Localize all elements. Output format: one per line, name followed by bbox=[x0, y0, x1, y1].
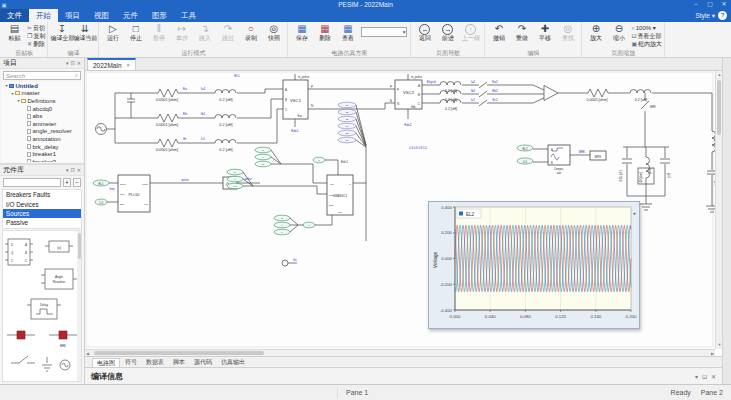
pause-button[interactable]: ‖暂停 bbox=[147, 23, 170, 42]
tree-item-untitled[interactable]: ▾Untitled bbox=[2, 82, 82, 90]
scenario-delete-button[interactable]: ▦删除 bbox=[313, 23, 336, 42]
tree-item-annotation[interactable]: annotation bbox=[2, 135, 82, 143]
tree-item-master[interactable]: ▾master bbox=[2, 90, 82, 98]
paste-button[interactable]: ▤粘贴 bbox=[3, 23, 26, 42]
library-preview-svg[interactable]: DQCABC|x|AngleResolverDelayBRK bbox=[3, 231, 81, 381]
compile-all-button[interactable]: ↧编译全部 bbox=[50, 23, 73, 42]
step-into-button[interactable]: ↴跳入 bbox=[193, 23, 216, 42]
help-icon[interactable]: ? bbox=[718, 11, 727, 20]
tree-item-breaker3[interactable]: breaker3 bbox=[2, 158, 82, 162]
plot-collapse-icon[interactable]: ◂ bbox=[633, 210, 636, 216]
scroll-right-icon[interactable]: ▶ bbox=[711, 352, 714, 356]
output-chevron-down-icon[interactable]: ▾ bbox=[695, 373, 698, 380]
gate-pulse-tags[interactable] bbox=[338, 102, 356, 143]
minimize-button[interactable]: – bbox=[689, 0, 703, 9]
category-passive[interactable]: Passive bbox=[3, 218, 81, 227]
vertical-scrollbar[interactable]: ▲ ▼ bbox=[715, 71, 722, 349]
stop-button[interactable]: □停止 bbox=[124, 23, 147, 42]
tree-item-abcdq0[interactable]: abcdq0 bbox=[2, 105, 82, 113]
project-close-icon[interactable]: ✕ bbox=[77, 60, 81, 66]
tree-item-breaker1[interactable]: breaker1 bbox=[2, 150, 82, 158]
forward-button[interactable]: →前进 bbox=[436, 23, 459, 42]
back-button[interactable]: ←返回 bbox=[413, 23, 436, 42]
record-button[interactable]: ○录制 bbox=[239, 23, 262, 42]
category-sources[interactable]: Sources bbox=[3, 209, 81, 218]
zoom-in-label: 放大 bbox=[584, 35, 607, 42]
library-remove-button[interactable]: − bbox=[73, 178, 81, 187]
plot-svg[interactable]: 0.0000.0400.0800.1200.1600.2000.4000.200… bbox=[429, 202, 639, 328]
vertical-scroll-thumb[interactable] bbox=[717, 80, 721, 135]
scroll-down-icon[interactable]: ▼ bbox=[718, 343, 722, 347]
scenario-save-button[interactable]: ▦保存 bbox=[290, 23, 313, 42]
menu-tab-3[interactable]: 视图 bbox=[87, 9, 116, 22]
close-button[interactable]: ✕ bbox=[717, 0, 731, 9]
style-dropdown[interactable]: Style ▾ bbox=[695, 12, 715, 20]
view-tab-4[interactable]: 源代码 bbox=[190, 358, 216, 367]
library-pin-icon[interactable]: ⊡ bbox=[71, 167, 75, 173]
menu-tab-1[interactable]: 开始 bbox=[29, 9, 58, 22]
redo-button[interactable]: ↷重做 bbox=[510, 23, 533, 42]
output-pin-icon[interactable]: ⊡ bbox=[702, 373, 707, 380]
zoom-out-button[interactable]: ⊖缩小 bbox=[607, 23, 630, 42]
category-i-o-devices[interactable]: I/O Devices bbox=[3, 199, 81, 208]
library-add-button[interactable]: + bbox=[63, 178, 71, 187]
definition-icon bbox=[27, 129, 31, 134]
view-tab-1[interactable]: 符号 bbox=[121, 358, 141, 367]
menu-tab-4[interactable]: 元件 bbox=[116, 9, 145, 22]
undo-button[interactable]: ↶撤销 bbox=[487, 23, 510, 42]
tree-item-ammeter[interactable]: ammeter bbox=[2, 120, 82, 128]
scenario-combobox[interactable]: ▾ bbox=[361, 27, 407, 37]
copy-button[interactable]: ❐复制 bbox=[27, 32, 45, 40]
output-close-icon[interactable]: ✕ bbox=[711, 373, 716, 380]
horizontal-scrollbar[interactable]: ◀ ▶ bbox=[85, 349, 715, 356]
step-button[interactable]: ↦单步 bbox=[170, 23, 193, 42]
horizontal-scroll-thumb[interactable] bbox=[94, 351, 264, 355]
run-button[interactable]: ▷运行 bbox=[101, 23, 124, 42]
output-panel-header[interactable]: 编译信息 ▾⊡✕ bbox=[85, 367, 722, 384]
zoom-level-button[interactable]: ⌕100% ▾ bbox=[631, 24, 662, 32]
library-search-input[interactable] bbox=[3, 178, 61, 187]
view-tab-2[interactable]: 数据表 bbox=[142, 358, 168, 367]
tree-item-angle_resolver[interactable]: angle_resolver bbox=[2, 128, 82, 136]
menu-tab-0[interactable]: 文件 bbox=[0, 9, 29, 22]
tree-item-brk_delay[interactable]: brk_delay bbox=[2, 143, 82, 151]
delete-button[interactable]: ✕删除 bbox=[27, 40, 45, 48]
snapshot-button[interactable]: ◎快照 bbox=[262, 23, 285, 42]
breaker-brk-icon[interactable] bbox=[59, 331, 67, 339]
tree-item-abs[interactable]: abs bbox=[2, 112, 82, 120]
plot-window[interactable]: 0.0000.0400.0800.1200.1600.2000.4000.200… bbox=[428, 201, 640, 329]
cut-button[interactable]: ✂剪切 bbox=[27, 24, 45, 32]
step-over-button[interactable]: ↷跳过 bbox=[216, 23, 239, 42]
scroll-up-icon[interactable]: ▲ bbox=[718, 73, 722, 77]
menu-tab-2[interactable]: 项目 bbox=[58, 9, 87, 22]
compile-current-button[interactable]: ⇊编译当前 bbox=[73, 23, 96, 42]
scroll-left-icon[interactable]: ◀ bbox=[86, 352, 89, 356]
compile-current-label: 编译当前 bbox=[73, 35, 96, 42]
library-close-icon[interactable]: ✕ bbox=[77, 167, 81, 173]
project-pin-icon[interactable]: ⊡ bbox=[71, 60, 75, 66]
view-tab-0[interactable]: 电路图 bbox=[92, 358, 120, 367]
up-button[interactable]: ↑上一级 bbox=[459, 23, 482, 42]
zoom-rect-button[interactable]: ▣框内放大 bbox=[631, 40, 662, 48]
find-button[interactable]: ◎查找 bbox=[556, 23, 579, 42]
view-tab-3[interactable]: 脚本 bbox=[169, 358, 189, 367]
menu-tab-6[interactable]: 工具 bbox=[174, 9, 203, 22]
maximize-button[interactable]: ▢ bbox=[703, 0, 717, 9]
project-search-input[interactable]: Search ⌕ bbox=[3, 71, 81, 80]
tab-close-icon[interactable]: × bbox=[127, 62, 131, 68]
bus-merge-symbol[interactable] bbox=[544, 86, 558, 101]
menu-tab-5[interactable]: 图形 bbox=[145, 9, 174, 22]
tab-2022main[interactable]: 2022Main × bbox=[87, 58, 136, 70]
scenario-view-button[interactable]: ▦查看 bbox=[336, 23, 359, 42]
breaker-icon[interactable] bbox=[17, 331, 25, 339]
project-chevron-down-icon[interactable]: ▾ bbox=[66, 60, 69, 66]
tree-item-definitions[interactable]: ▾Definitions bbox=[2, 97, 82, 105]
zoom-in-button[interactable]: ⊕放大 bbox=[584, 23, 607, 42]
library-chevron-down-icon[interactable]: ▾ bbox=[66, 167, 69, 173]
category-breakers-faults[interactable]: Breakers Faults bbox=[3, 190, 81, 199]
view-tab-5[interactable]: 仿真输出 bbox=[217, 358, 249, 367]
zoom-all-button[interactable]: ⊡查看全部 bbox=[631, 32, 662, 40]
preview-scrollbar[interactable] bbox=[77, 231, 81, 381]
schematic-canvas[interactable]: 0.0001 [ohm]0.0001 [ohm]0.0001 [ohm]0.2 … bbox=[85, 71, 722, 356]
pan-button[interactable]: ✚平移 bbox=[533, 23, 556, 42]
